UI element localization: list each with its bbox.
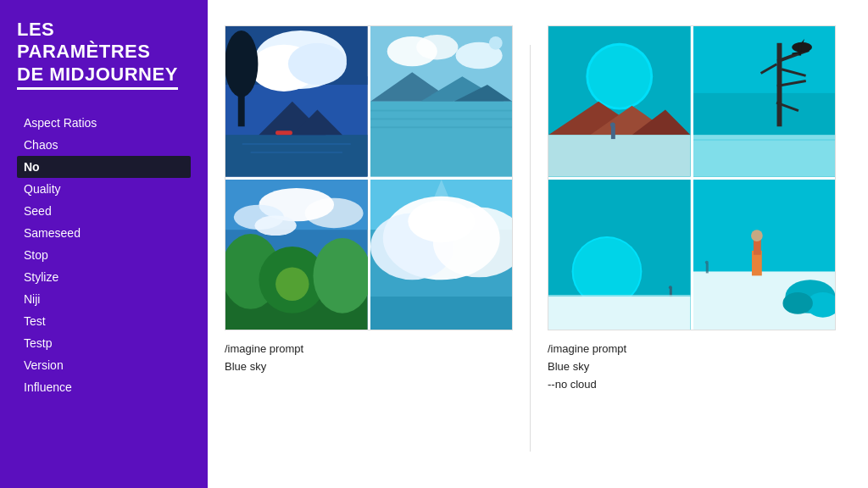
svg-rect-60 <box>693 26 836 93</box>
svg-point-51 <box>588 46 650 108</box>
svg-rect-46 <box>370 297 513 330</box>
left-column: /imagine prompt Blue sky <box>225 25 513 471</box>
sidebar-item-niji[interactable]: Niji <box>17 288 191 310</box>
sidebar-item-no[interactable]: No <box>17 156 191 178</box>
svg-rect-55 <box>548 135 691 176</box>
svg-rect-80 <box>548 295 691 297</box>
left-image-grid <box>225 25 513 330</box>
svg-point-5 <box>288 43 347 85</box>
sidebar-item-test[interactable]: Test <box>17 310 191 332</box>
svg-rect-68 <box>798 43 801 56</box>
sidebar-item-sameseed[interactable]: Sameseed <box>17 222 191 244</box>
sidebar-item-version[interactable]: Version <box>17 354 191 376</box>
img-cell-tl <box>225 26 368 177</box>
left-prompt-label: /imagine prompt <box>225 341 303 358</box>
img-cell-bl <box>225 180 368 330</box>
svg-rect-72 <box>693 139 836 141</box>
sidebar-item-influence[interactable]: Influence <box>17 376 191 398</box>
right-caption: /imagine prompt Blue sky --no cloud <box>548 341 626 393</box>
svg-rect-90 <box>705 263 708 273</box>
svg-rect-24 <box>370 118 513 119</box>
svg-rect-9 <box>242 143 351 145</box>
svg-rect-23 <box>370 110 513 112</box>
svg-point-38 <box>275 267 309 300</box>
img-cell-br <box>370 180 513 330</box>
title-line1: LES PARAMÈTRES <box>17 19 191 64</box>
svg-point-32 <box>305 197 364 227</box>
right-column: /imagine prompt Blue sky --no cloud <box>548 25 836 471</box>
sidebar-item-quality[interactable]: Quality <box>17 178 191 200</box>
sidebar: LES PARAMÈTRES DE MIDJOURNEY Aspect Rati… <box>0 0 208 488</box>
right-image-grid <box>548 25 836 330</box>
right-caption-line1: Blue sky <box>548 358 626 376</box>
svg-rect-56 <box>611 126 615 139</box>
svg-point-86 <box>750 230 762 241</box>
img-cell-r-br <box>693 180 836 330</box>
left-caption-line1: Blue sky <box>225 358 303 376</box>
svg-point-7 <box>225 30 258 97</box>
svg-rect-77 <box>548 297 691 330</box>
sidebar-item-stop[interactable]: Stop <box>17 244 191 266</box>
title-line2: DE MIDJOURNEY <box>17 64 178 90</box>
right-prompt-label: /imagine prompt <box>548 341 626 358</box>
main-content: /imagine prompt Blue sky <box>208 0 868 488</box>
sidebar-item-aspect-ratios[interactable]: Aspect Ratios <box>17 112 191 134</box>
svg-rect-10 <box>251 152 342 153</box>
svg-point-91 <box>704 260 708 263</box>
nav-list: Aspect RatiosChaosNoQualitySeedSameseedS… <box>17 112 191 398</box>
left-caption: /imagine prompt Blue sky <box>225 341 303 376</box>
img-cell-tr <box>370 26 513 177</box>
svg-point-89 <box>782 292 812 314</box>
img-cell-r-tl <box>548 26 691 177</box>
img-cell-r-tr <box>693 26 836 177</box>
svg-rect-71 <box>693 135 836 176</box>
svg-point-26 <box>488 36 502 50</box>
svg-rect-8 <box>225 135 368 176</box>
svg-point-33 <box>254 215 296 236</box>
svg-rect-13 <box>275 130 292 135</box>
svg-rect-22 <box>370 102 513 177</box>
sidebar-item-testp[interactable]: Testp <box>17 332 191 354</box>
svg-point-79 <box>669 286 672 289</box>
svg-point-57 <box>610 122 615 127</box>
img-cell-r-bl <box>548 180 691 330</box>
sidebar-item-chaos[interactable]: Chaos <box>17 134 191 156</box>
right-caption-line2: --no cloud <box>548 376 626 394</box>
svg-rect-25 <box>370 126 513 128</box>
sidebar-item-stylize[interactable]: Stylize <box>17 266 191 288</box>
sidebar-title: LES PARAMÈTRES DE MIDJOURNEY <box>17 19 191 90</box>
sidebar-item-seed[interactable]: Seed <box>17 200 191 222</box>
column-divider <box>530 45 531 452</box>
svg-point-17 <box>416 35 458 60</box>
